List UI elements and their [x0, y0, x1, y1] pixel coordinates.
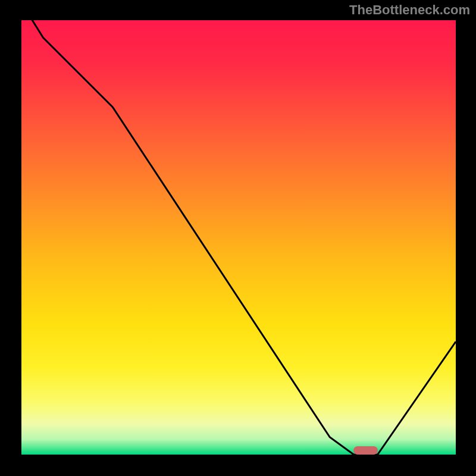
chart-container: TheBottleneck.com — [0, 0, 476, 476]
attribution-text: TheBottleneck.com — [349, 2, 470, 18]
optimal-marker — [353, 446, 377, 455]
bottleneck-curve — [21, 20, 456, 455]
plot-area — [21, 20, 456, 455]
